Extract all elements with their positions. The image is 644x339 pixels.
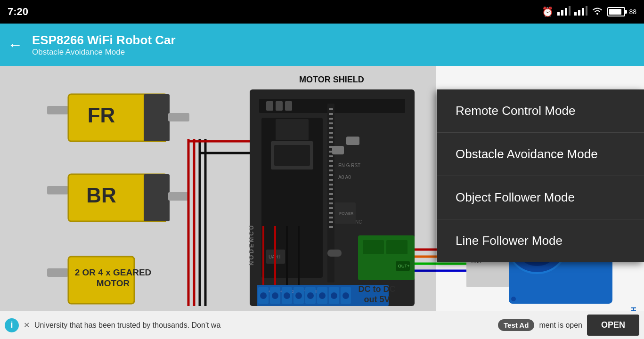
ad-text: University that has been trusted by thou… [34,321,493,330]
svg-rect-6 [582,8,584,16]
content-overlay [0,66,436,311]
menu-item-remote-control[interactable]: Remote Control Mode [437,89,644,133]
status-time: 7:20 [8,6,28,18]
battery-icon [607,7,625,16]
svg-rect-2 [565,8,567,16]
svg-point-117 [511,297,516,301]
ad-bar: i ✕ University that has been trusted by … [0,311,644,339]
alarm-icon: ⏰ [542,6,554,17]
signal-icon [557,6,571,18]
ad-close-icon[interactable]: ✕ [24,321,30,330]
app-bar-titles: ESP8266 WiFi Robot Car Obstacle Avoidanc… [32,33,176,57]
dropdown-menu: Remote Control Mode Obstacle Avoidance M… [437,89,644,262]
status-icons: ⏰ 88 [542,6,636,18]
svg-rect-0 [557,12,560,16]
svg-rect-3 [569,6,571,16]
svg-rect-1 [561,10,563,16]
status-bar: 7:20 ⏰ 88 [0,0,644,24]
svg-rect-4 [574,12,577,16]
svg-rect-5 [578,10,580,16]
app-title: ESP8266 WiFi Robot Car [32,33,176,48]
menu-item-obstacle-avoidance[interactable]: Obstacle Avoidance Mode [437,133,644,176]
svg-rect-7 [586,6,587,16]
ad-open-button[interactable]: OPEN [587,315,639,336]
battery-percent: 88 [629,8,636,16]
main-content: FR BR 2 OR 4 x GEARED MOTOR MOTOR SHIELD [0,66,644,311]
menu-item-line-follower[interactable]: Line Follower Mode [437,219,644,262]
svg-point-8 [596,13,598,15]
ad-text-continued: ment is open [539,321,582,330]
ad-badge: Test Ad [498,319,534,331]
svg-text:ULTRASONIC H: ULTRASONIC H [630,306,637,311]
app-bar: ← ESP8266 WiFi Robot Car Obstacle Avoida… [0,24,644,66]
back-button[interactable]: ← [8,37,23,52]
ad-info-icon: i [5,318,19,332]
signal2-icon [574,6,587,18]
menu-item-object-follower[interactable]: Object Follower Mode [437,176,644,219]
wifi-icon [591,6,603,18]
app-subtitle: Obstacle Avoidance Mode [32,48,176,57]
